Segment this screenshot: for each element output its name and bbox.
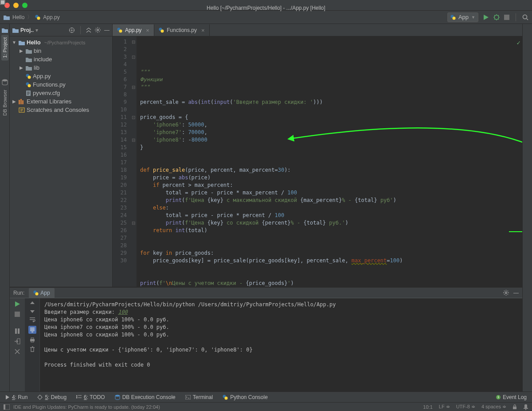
tree-item[interactable]: ▶bin [10,47,112,55]
gear-icon[interactable] [95,27,101,33]
toggle-tool-windows-icon[interactable] [4,404,10,410]
tree-item[interactable]: ▶lib [10,63,112,72]
breadcrumb-project[interactable]: Hello [12,14,24,20]
chevron-down-icon[interactable]: ▾ [35,27,38,33]
folder-icon [4,15,10,20]
window-title: Hello [~/PycharmProjects/Hello] - .../Ap… [0,0,532,11]
pause-button[interactable] [15,328,20,334]
soft-wrap-icon[interactable] [29,317,35,322]
svg-rect-35 [31,338,34,339]
console-output[interactable]: /Users/dmitriy/PycharmProjects/Hello/bin… [40,298,522,391]
db-console-tool-button[interactable]: DB Execution Console [115,394,176,400]
svg-point-28 [35,292,39,295]
tree-scratches[interactable]: Scratches and Consoles [10,106,112,114]
svg-rect-46 [524,408,528,409]
code-area[interactable]: ✓ """Функции""" percent_sale = abs(int(i… [137,36,522,287]
file-encoding[interactable]: UTF-8 ≑ [456,404,475,410]
notification-icon[interactable] [523,404,528,410]
todo-tool-button[interactable]: 6: TODO [76,394,105,400]
trash-icon[interactable] [30,346,35,352]
svg-point-47 [525,409,527,410]
indent-settings[interactable]: 4 spaces ≑ [481,404,506,410]
breadcrumbs[interactable]: Hello 〉 App.py [4,13,60,21]
readonly-lock-icon[interactable] [512,404,517,410]
stop-button[interactable] [15,312,20,317]
status-message[interactable]: IDE and Plugin Updates: PyCharm is ready… [13,404,160,410]
project-pane: Proj.. ▾ — ▼ Hello ~/Pycha [10,24,113,287]
editor-tabs: App.py × Functions.py × [113,24,522,36]
rerun-button[interactable] [14,301,20,307]
run-tab[interactable]: App [29,288,54,298]
run-config-selector[interactable]: App ▼ [447,12,478,22]
navigation-bar: Hello 〉 App.py App ▼ [0,11,532,24]
db-tool-icon[interactable] [2,79,8,85]
db-browser-tool-tab[interactable]: DB Browser [1,87,8,119]
folder-icon [12,28,19,33]
scroll-from-source-icon[interactable] [69,27,75,33]
tree-external-libraries[interactable]: ▶External Libraries [10,97,112,106]
run-button[interactable] [483,14,489,20]
run-label: Run: [13,290,24,296]
project-tree[interactable]: ▼ Hello ~/PycharmProjects ▶bin include ▶… [10,36,112,287]
svg-point-14 [28,75,31,79]
run-header: Run: App — [10,288,522,298]
debug-tool-button[interactable]: 5: Debug [37,394,66,400]
line-separator[interactable]: LF ≑ [439,404,450,410]
svg-point-9 [2,79,8,82]
close-window-button[interactable] [4,3,10,8]
down-stack-icon[interactable] [30,309,35,313]
run-tab-label: App [40,290,50,296]
python-file-icon [26,82,31,87]
project-pane-header: Proj.. ▾ — [10,24,112,36]
caret-position[interactable]: 10:1 [423,404,432,410]
close-button[interactable] [15,349,20,354]
scratch-icon [19,107,25,113]
maximize-window-button[interactable] [22,3,27,8]
svg-rect-32 [18,328,20,334]
window-controls [0,3,27,8]
svg-point-5 [452,16,455,20]
editor-tab[interactable]: App.py × [113,24,154,36]
run-tool-button[interactable]: 44: Run: Run [5,394,27,400]
stop-button[interactable] [504,15,509,20]
exit-button[interactable] [14,338,20,344]
search-button[interactable] [522,14,528,20]
hide-pane-icon[interactable]: — [104,27,110,33]
editor-tab[interactable]: Functions.py × [154,24,210,36]
minimize-window-button[interactable] [13,3,19,8]
code-editor[interactable]: 1234567891011121314151617181920212223242… [113,36,522,287]
collapse-all-icon[interactable] [86,28,91,33]
project-tool-tab[interactable]: 1: Project [1,35,8,60]
python-file-icon [26,74,31,79]
breadcrumb-file[interactable]: App.py [43,14,59,20]
terminal-tool-button[interactable]: Terminal [185,394,213,400]
chevron-down-icon: ▼ [471,15,475,20]
svg-rect-18 [19,100,20,104]
svg-rect-20 [22,100,23,104]
svg-point-25 [160,30,164,33]
tree-item[interactable]: App.py [10,72,112,80]
tree-root[interactable]: ▼ Hello ~/PycharmProjects [10,38,112,47]
python-console-tool-button[interactable]: Python Console [223,394,268,400]
debug-button[interactable] [493,14,500,20]
tree-item[interactable]: pyvenv.cfg [10,89,112,97]
tree-item[interactable]: include [10,55,112,63]
close-tab-icon[interactable]: × [201,27,205,34]
event-log-button[interactable]: 1Event Log [496,394,527,400]
close-tab-icon[interactable]: × [146,27,149,34]
tree-item[interactable]: Functions.py [10,80,112,89]
svg-rect-45 [524,404,527,408]
hide-pane-icon[interactable]: — [513,290,519,296]
inspection-ok-icon[interactable]: ✓ [517,39,520,47]
up-stack-icon[interactable] [30,301,35,305]
fold-gutter[interactable]: ⊟⊡⊟⊡⊟⊟ [130,36,137,287]
folder-icon [26,65,32,71]
scroll-to-end-icon[interactable] [28,326,36,334]
right-tool-gutter [522,24,532,391]
project-pane-title[interactable]: Proj.. [20,27,34,33]
project-tool-icon[interactable] [2,28,8,33]
print-icon[interactable] [29,337,35,343]
gear-icon[interactable] [503,290,509,296]
folder-icon [26,48,32,54]
svg-rect-19 [20,99,22,104]
